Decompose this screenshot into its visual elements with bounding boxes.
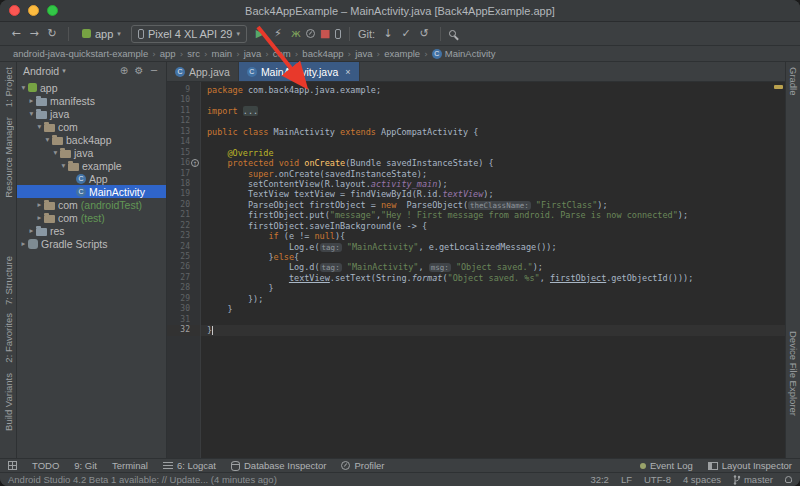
code-line: setContentView(R.layout.activity_main); xyxy=(201,179,785,189)
tree-item-res[interactable]: ▸res xyxy=(17,224,166,237)
event-log-button[interactable]: Event Log xyxy=(640,460,693,471)
breadcrumb-item-app[interactable]: app xyxy=(157,48,179,59)
navigate-forward-icon[interactable]: → xyxy=(26,27,42,40)
tree-item-com-test[interactable]: ▸com(test) xyxy=(17,211,166,224)
code-line: import ... xyxy=(201,106,785,116)
tab-mainactivity-java[interactable]: MainActivity.java× xyxy=(239,62,360,81)
tree-toggle-icon[interactable]: ▾ xyxy=(19,83,28,92)
breadcrumb-item-java[interactable]: java xyxy=(241,48,264,59)
stripe-build-variants[interactable]: Build Variants xyxy=(2,368,15,436)
tree-toggle-icon[interactable]: ▸ xyxy=(27,226,36,235)
tree-item-back4app[interactable]: ▾back4app xyxy=(17,133,166,146)
profiler-button[interactable]: Profiler xyxy=(341,460,384,471)
tree-item-app[interactable]: ▾app xyxy=(17,81,166,94)
indent-widget[interactable]: 4 spaces xyxy=(683,474,721,485)
toolbar-git-group: ↓✓↺ xyxy=(380,27,432,40)
package-icon xyxy=(44,202,55,210)
database-inspector-button[interactable]: Database Inspector xyxy=(231,460,326,471)
breadcrumb-item-example[interactable]: example xyxy=(381,48,423,59)
code-line: } xyxy=(201,283,785,293)
tree-item-label: Gradle Scripts xyxy=(41,238,108,250)
code-text[interactable]: package com.back4app.java.example;import… xyxy=(201,82,785,458)
gutter-line: 19 xyxy=(167,189,200,199)
navigate-back-icon[interactable]: ← xyxy=(8,27,24,40)
stop-icon[interactable]: ■ xyxy=(317,27,333,40)
line-separator-widget[interactable]: LF xyxy=(621,474,632,485)
tree-toggle-icon[interactable]: ▾ xyxy=(43,135,52,144)
close-window-button[interactable] xyxy=(9,5,20,16)
status-message[interactable]: Android Studio 4.2 Beta 1 available: // … xyxy=(8,474,277,485)
code-editor[interactable]: 910111213141516↑171819202122232425262728… xyxy=(167,82,785,458)
locate-file-icon[interactable]: ⊕ xyxy=(118,65,130,76)
tree-item-gradle-scripts[interactable]: ▸Gradle Scripts xyxy=(17,237,166,250)
device-manager-icon[interactable] xyxy=(335,29,341,39)
tree-item-label: com xyxy=(58,199,78,211)
profiler-icon[interactable] xyxy=(306,29,315,38)
stripe-structure[interactable]: 7: Structure xyxy=(2,251,15,310)
breadcrumb-item-main[interactable]: main xyxy=(209,48,236,59)
package-icon xyxy=(52,137,63,145)
tree-item-java[interactable]: ▾java xyxy=(17,146,166,159)
inspection-marker[interactable] xyxy=(774,85,783,89)
update-project-icon[interactable]: ↓ xyxy=(380,27,396,40)
settings-gear-icon[interactable]: ⚙ xyxy=(133,65,145,76)
stripe-resource-manager[interactable]: Resource Manager xyxy=(2,112,15,203)
stripe-project[interactable]: 1: Project xyxy=(2,62,15,112)
sync-project-icon[interactable]: ↻ xyxy=(44,27,60,40)
apply-changes-icon[interactable]: ⚡ xyxy=(270,27,286,40)
breadcrumb-item-src[interactable]: src xyxy=(184,48,203,59)
tab-label: MainActivity.java xyxy=(261,66,338,78)
tree-toggle-icon[interactable]: ▾ xyxy=(51,148,60,157)
device-select[interactable]: Pixel 4 XL API 29 ▾ xyxy=(131,25,247,43)
close-tab-icon[interactable]: × xyxy=(345,67,350,77)
tree-item-suffix: (test) xyxy=(81,212,105,224)
notifications-icon[interactable] xyxy=(785,476,792,483)
commit-icon[interactable]: ✓ xyxy=(398,27,414,40)
tree-toggle-icon[interactable]: ▸ xyxy=(27,96,36,105)
breadcrumb-item-com[interactable]: com xyxy=(270,48,294,59)
layout-inspector-button[interactable]: Layout Inspector xyxy=(708,460,792,471)
run-configuration-select[interactable]: app ▾ xyxy=(77,27,126,41)
tree-item-com-androidtest[interactable]: ▸com(androidTest) xyxy=(17,198,166,211)
tree-toggle-icon[interactable]: ▸ xyxy=(19,239,28,248)
zoom-window-button[interactable] xyxy=(47,5,58,16)
rollback-icon[interactable]: ↺ xyxy=(416,27,432,40)
file-encoding-widget[interactable]: UTF-8 xyxy=(644,474,671,485)
minimize-window-button[interactable] xyxy=(28,5,39,16)
overriding-method-icon[interactable]: ↑ xyxy=(191,159,199,167)
tab-app-java[interactable]: App.java xyxy=(167,62,239,81)
stripe-favorites[interactable]: 2: Favorites xyxy=(2,308,15,368)
debug-icon[interactable]: ж xyxy=(288,27,304,40)
tree-toggle-icon[interactable]: ▸ xyxy=(35,213,44,222)
terminal-button[interactable]: Terminal xyxy=(112,460,148,471)
tree-item-example[interactable]: ▾example xyxy=(17,159,166,172)
todo-button[interactable]: TODO xyxy=(32,460,59,471)
tool-window-switcher-button[interactable] xyxy=(8,461,17,470)
git-branch-widget[interactable]: master xyxy=(733,474,773,485)
hide-panel-icon[interactable]: ─ xyxy=(148,65,160,76)
search-everywhere-icon[interactable] xyxy=(449,30,456,37)
class-icon xyxy=(76,187,86,197)
breadcrumb-item-android-java-quickstart-example[interactable]: android-java-quickstart-example xyxy=(10,48,151,59)
stripe-gradle[interactable]: Gradle xyxy=(787,62,800,101)
project-view-select[interactable]: Android ▾ xyxy=(23,65,66,77)
run-icon[interactable]: ▶ xyxy=(252,27,268,40)
tree-toggle-icon[interactable]: ▾ xyxy=(27,109,36,118)
stripe-device-file-explorer[interactable]: Device File Explorer xyxy=(787,326,800,421)
tree-item-com[interactable]: ▾com xyxy=(17,120,166,133)
logcat-button[interactable]: 6: Logcat xyxy=(163,460,216,471)
git-button[interactable]: 9: Git xyxy=(74,460,97,471)
tree-item-java[interactable]: ▾java xyxy=(17,107,166,120)
caret-position[interactable]: 32:2 xyxy=(590,474,609,485)
tree-toggle-icon[interactable]: ▸ xyxy=(35,200,44,209)
tree-item-manifests[interactable]: ▸manifests xyxy=(17,94,166,107)
breadcrumb-item-mainactivity[interactable]: MainActivity xyxy=(429,48,499,59)
editor-gutter[interactable]: 910111213141516↑171819202122232425262728… xyxy=(167,82,201,458)
tree-item-mainactivity[interactable]: MainActivity xyxy=(17,185,166,198)
breadcrumb-item-java[interactable]: java xyxy=(352,48,375,59)
tree-toggle-icon[interactable]: ▾ xyxy=(59,161,68,170)
breadcrumb-item-back4app[interactable]: back4app xyxy=(299,48,346,59)
tree-item-app[interactable]: App xyxy=(17,172,166,185)
code-line: if (e != null){ xyxy=(201,231,785,241)
tree-toggle-icon[interactable]: ▾ xyxy=(35,122,44,131)
